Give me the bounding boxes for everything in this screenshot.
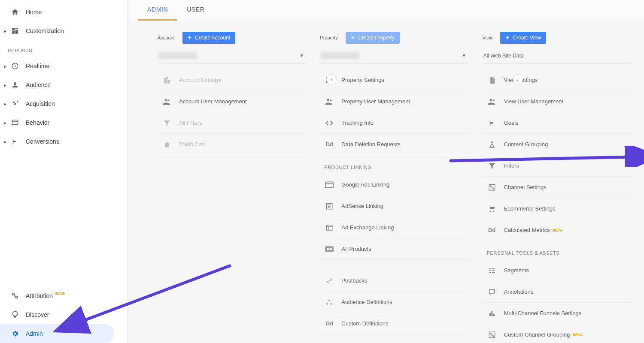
behavior-icon bbox=[10, 118, 20, 127]
svg-rect-12 bbox=[327, 225, 333, 230]
admin-tabs: ADMIN USER bbox=[128, 0, 644, 21]
menu-audience-definitions[interactable]: Audience Definitions bbox=[320, 292, 468, 313]
menu-account-user-management[interactable]: Account User Management bbox=[158, 91, 306, 112]
svg-rect-22 bbox=[489, 313, 491, 316]
svg-rect-10 bbox=[325, 182, 333, 187]
menu-all-products[interactable]: All Products bbox=[320, 238, 468, 260]
menu-label: Property Settings bbox=[341, 77, 384, 83]
menu-property-user-management[interactable]: Property User Management bbox=[320, 91, 468, 112]
menu-label: Tracking Info bbox=[341, 120, 374, 126]
tab-admin[interactable]: ADMIN bbox=[138, 6, 177, 21]
flag-icon bbox=[487, 118, 497, 128]
menu-view-settings[interactable]: View Settings bbox=[483, 69, 631, 91]
dd-icon: Dd bbox=[324, 319, 334, 329]
svg-point-8 bbox=[327, 99, 330, 101]
svg-point-18 bbox=[491, 141, 493, 143]
svg-point-16 bbox=[489, 99, 492, 101]
menu-mcf-settings[interactable]: Multi-Channel Funnels Settings bbox=[483, 303, 631, 324]
account-column-label: Account bbox=[158, 35, 175, 40]
property-column: Property + Create Property ▼ Property Se… bbox=[320, 32, 468, 343]
menu-label: Google Ads Linking bbox=[341, 181, 389, 188]
create-account-button[interactable]: + Create Account bbox=[182, 32, 235, 44]
view-column-label: View bbox=[483, 35, 493, 40]
menu-calculated-metrics[interactable]: Dd Calculated Metrics BETA bbox=[483, 220, 631, 241]
svg-point-5 bbox=[165, 99, 167, 101]
menu-segments[interactable]: Segments bbox=[483, 260, 631, 281]
menu-label: Account User Management bbox=[179, 98, 247, 105]
menu-custom-channel-grouping[interactable]: Custom Channel Grouping BETA bbox=[483, 324, 631, 343]
menu-property-settings[interactable]: Property Settings bbox=[320, 69, 468, 91]
menu-label: All Products bbox=[341, 246, 371, 252]
sidebar-item-label: Behavior bbox=[26, 119, 49, 126]
cart-icon bbox=[487, 204, 497, 214]
account-selector[interactable]: ▼ bbox=[158, 48, 306, 63]
menu-label: Content Grouping bbox=[504, 141, 548, 147]
channel-icon bbox=[487, 182, 497, 193]
menu-ad-exchange-linking[interactable]: Ad Exchange Linking bbox=[320, 217, 468, 238]
adsense-icon bbox=[324, 201, 334, 211]
people-icon bbox=[162, 96, 172, 107]
menu-label: Goals bbox=[504, 120, 519, 126]
sidebar-item-label: Discover bbox=[26, 311, 49, 318]
sidebar-item-audience[interactable]: ▸ Audience bbox=[0, 75, 127, 94]
sidebar-item-conversions[interactable]: ▸ Conversions bbox=[0, 132, 127, 151]
menu-adsense-linking[interactable]: AdSense Linking bbox=[320, 196, 468, 217]
sidebar-item-label: Admin bbox=[26, 330, 43, 337]
view-selector[interactable]: All Web Site Data bbox=[483, 48, 631, 63]
bars-icon bbox=[487, 308, 497, 319]
menu-goals[interactable]: Goals bbox=[483, 112, 631, 134]
column-pager-property[interactable]: › bbox=[513, 74, 523, 84]
channel-icon bbox=[487, 330, 497, 340]
property-name-redacted bbox=[321, 52, 359, 59]
menu-filters[interactable]: Filters bbox=[483, 155, 631, 177]
sidebar-item-acquisition[interactable]: ▸ Acquisition bbox=[0, 94, 127, 113]
menu-tracking-info[interactable]: Tracking Info bbox=[320, 112, 468, 134]
account-name-redacted bbox=[158, 52, 197, 59]
menu-ecommerce-settings[interactable]: Ecommerce Settings bbox=[483, 198, 631, 220]
menu-google-ads-linking[interactable]: Google Ads Linking bbox=[320, 174, 468, 196]
menu-content-grouping[interactable]: Content Grouping bbox=[483, 134, 631, 155]
column-pager-account[interactable]: › bbox=[326, 74, 337, 84]
menu-view-user-management[interactable]: View User Management bbox=[483, 91, 631, 112]
plus-icon: + bbox=[505, 35, 509, 40]
property-column-label: Property bbox=[320, 35, 338, 40]
menu-annotations[interactable]: Annotations bbox=[483, 281, 631, 303]
sidebar-item-label: Conversions bbox=[26, 138, 59, 145]
menu-label: Filters bbox=[504, 162, 519, 169]
sidebar-item-attribution[interactable]: Attribution BETA bbox=[0, 286, 127, 305]
menu-channel-settings[interactable]: Channel Settings bbox=[483, 177, 631, 198]
grouping-icon bbox=[487, 139, 497, 150]
menu-custom-definitions[interactable]: Dd Custom Definitions bbox=[320, 313, 468, 334]
beta-badge: BETA bbox=[573, 333, 583, 337]
menu-account-settings[interactable]: Account Settings bbox=[158, 69, 306, 91]
chevron-right-icon: ▸ bbox=[3, 139, 8, 144]
sidebar-item-label: Realtime bbox=[26, 63, 49, 69]
people-icon bbox=[487, 96, 497, 107]
menu-trash-can[interactable]: Trash Can bbox=[158, 134, 306, 155]
beta-badge: BETA bbox=[55, 291, 65, 295]
menu-data-deletion[interactable]: Dd Data Deletion Requests bbox=[320, 134, 468, 155]
home-icon bbox=[10, 7, 20, 17]
menu-data-import[interactable]: Dd Data Import bbox=[320, 334, 468, 343]
menu-label: Custom Channel Grouping bbox=[504, 331, 570, 338]
create-view-button[interactable]: + Create View bbox=[500, 32, 546, 44]
sidebar-item-customization[interactable]: ▸ Customization bbox=[0, 21, 127, 40]
menu-label: All Filters bbox=[179, 120, 202, 126]
menu-all-filters[interactable]: All Filters bbox=[158, 112, 306, 134]
menu-label: Trash Can bbox=[179, 141, 205, 147]
sidebar-item-home[interactable]: Home bbox=[0, 3, 127, 21]
trash-icon bbox=[162, 139, 172, 150]
sidebar-item-discover[interactable]: Discover bbox=[0, 305, 127, 324]
tab-user[interactable]: USER bbox=[177, 6, 214, 21]
sidebar-item-behavior[interactable]: ▸ Behavior bbox=[0, 113, 127, 132]
property-selector[interactable]: ▼ bbox=[320, 48, 468, 63]
sidebar-item-realtime[interactable]: ▸ Realtime bbox=[0, 57, 127, 75]
layout-icon bbox=[324, 223, 334, 233]
create-property-button[interactable]: + Create Property bbox=[346, 32, 400, 44]
sidebar-item-admin[interactable]: Admin bbox=[0, 324, 114, 343]
svg-point-15 bbox=[330, 248, 332, 250]
product-linking-label: PRODUCT LINKING bbox=[320, 155, 468, 174]
button-label: Create View bbox=[513, 35, 541, 41]
menu-postbacks[interactable]: Postbacks bbox=[320, 270, 468, 292]
svg-rect-23 bbox=[491, 311, 492, 316]
